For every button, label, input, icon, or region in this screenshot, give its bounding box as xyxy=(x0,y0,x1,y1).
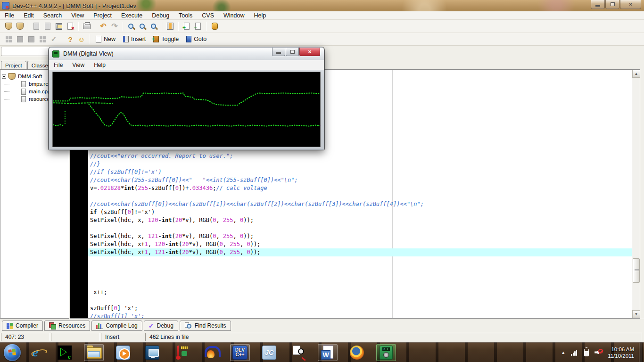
code-line[interactable]: x++; xyxy=(88,288,632,296)
taskbar-internet-explorer[interactable]: e xyxy=(25,344,45,361)
close-file-button[interactable] xyxy=(65,21,76,32)
dmm-minimize-button[interactable] xyxy=(272,48,285,56)
menu-view[interactable]: View xyxy=(66,11,89,20)
project-grid-1-button[interactable] xyxy=(3,34,14,44)
syntax-check-button[interactable]: ✓ xyxy=(48,34,59,44)
toggle-bookmark-button[interactable]: Toggle xyxy=(150,34,182,45)
taskbar-jcreator[interactable]: JC xyxy=(259,344,279,361)
code-area[interactable]: //cout<<"error occurred. Report to user.… xyxy=(88,152,632,319)
scroll-down-icon[interactable]: ▼ xyxy=(632,310,640,318)
class-browser-combo[interactable] xyxy=(1,47,52,56)
code-line[interactable]: //cout<<"error occurred. Report to user.… xyxy=(88,152,632,160)
volume-muted-icon[interactable] xyxy=(594,349,603,356)
menu-file[interactable]: File xyxy=(0,11,19,20)
new-project-button[interactable] xyxy=(3,21,14,32)
menu-execute[interactable]: Execute xyxy=(116,11,147,20)
tab-debug[interactable]: ✓ Debug xyxy=(144,321,178,331)
goto-line-button[interactable] xyxy=(165,21,176,32)
code-line[interactable]: if (szBuff[0]!='x') xyxy=(88,208,632,216)
battery-icon[interactable] xyxy=(584,349,589,356)
dmm-menu-help[interactable]: Help xyxy=(89,62,110,68)
tab-compiler[interactable]: Compiler xyxy=(2,321,43,331)
menu-window[interactable]: Window xyxy=(219,11,249,20)
taskbar-file-search[interactable] xyxy=(289,344,308,361)
menu-debug[interactable]: Debug xyxy=(147,11,174,20)
tab-resources[interactable]: Resources xyxy=(44,321,90,331)
start-button[interactable] xyxy=(4,344,21,361)
taskbar-media-player[interactable] xyxy=(113,344,133,361)
code-line[interactable]: //cout<<char(szBuff[0])<<char(szBuff[1])… xyxy=(88,200,632,208)
show-desktop-button[interactable] xyxy=(639,343,642,362)
taskbar-dev-cpp[interactable]: DEVC++ xyxy=(230,344,250,361)
code-line-current[interactable]: SetPixel(hdc, x+1, 121-int(20*v), RGB(0,… xyxy=(88,248,632,256)
open-file-button[interactable] xyxy=(14,21,25,32)
save-all-button[interactable] xyxy=(53,21,65,32)
code-line[interactable]: v=.021828*int(255-szBuff[0])+.033436;// … xyxy=(88,184,632,192)
taskbar-windows-explorer[interactable] xyxy=(84,344,104,361)
code-line[interactable]: SetPixel(hdc, x, 121-int(20*v), RGB(0, 2… xyxy=(88,232,632,240)
taskbar-remote-desktop[interactable] xyxy=(142,344,162,361)
menu-tools[interactable]: Tools xyxy=(174,11,197,20)
scroll-up-icon[interactable]: ▲ xyxy=(632,70,640,78)
project-grid-2-button[interactable] xyxy=(37,34,48,44)
tab-compile-log[interactable]: Compile Log xyxy=(91,321,142,331)
code-line[interactable] xyxy=(88,272,632,280)
restore-button[interactable] xyxy=(605,0,619,9)
code-line[interactable] xyxy=(88,280,632,288)
undo-button[interactable]: ↶ xyxy=(98,21,109,32)
taskbar-clock[interactable]: 10:06 AM 11/10/2011 xyxy=(608,346,634,359)
menu-help[interactable]: Help xyxy=(249,11,271,20)
tab-find-results[interactable]: Find Results xyxy=(180,321,231,331)
code-line[interactable]: //if (szBuff[0]!='x') xyxy=(88,168,632,176)
code-line[interactable]: //szBuff[1]='x'; xyxy=(88,313,632,319)
dmm-titlebar[interactable]: DMM (Digital View) × xyxy=(49,48,324,60)
find-in-files-button[interactable] xyxy=(148,21,159,32)
menu-project[interactable]: Project xyxy=(89,11,116,20)
new-bookmark-button[interactable]: New xyxy=(92,34,119,45)
compile-button[interactable] xyxy=(181,21,192,32)
hidden-icons-arrow[interactable]: ▲ xyxy=(561,350,565,355)
code-line[interactable]: SetPixel(hdc, x, 120-int(20*v), RGB(0, 2… xyxy=(88,216,632,224)
help-button[interactable]: ? xyxy=(65,34,76,44)
tab-project[interactable]: Project xyxy=(1,61,26,69)
minimize-button[interactable] xyxy=(591,0,605,9)
dmm-menu-file[interactable]: File xyxy=(49,62,67,68)
taskbar-word[interactable]: W xyxy=(318,344,338,361)
close-button[interactable]: × xyxy=(620,0,641,9)
taskbar-dmm-meter[interactable]: 0.L xyxy=(376,344,396,361)
print-button[interactable] xyxy=(81,21,92,32)
redo-button[interactable]: ↷ xyxy=(109,21,120,32)
rebuild-button[interactable] xyxy=(209,21,220,32)
code-line[interactable]: SetPixel(hdc, x+1, 120-int(20*v), RGB(0,… xyxy=(88,240,632,248)
code-line[interactable]: //cout<<char(255-szBuff[0])<<" "<<int(25… xyxy=(88,176,632,184)
replace-button[interactable] xyxy=(137,21,148,32)
about-button[interactable]: ☺ xyxy=(76,34,87,44)
goto-bookmark-button[interactable]: Goto xyxy=(183,34,210,45)
scrollbar-thumb[interactable] xyxy=(633,258,640,283)
code-line[interactable] xyxy=(88,192,632,200)
taskbar-circuit-sim[interactable]: e xyxy=(55,344,74,361)
editor-scrollbar[interactable]: ▲ ▼ xyxy=(632,70,640,318)
network-icon[interactable] xyxy=(571,349,578,356)
dmm-menu-view[interactable]: View xyxy=(67,62,89,68)
code-line[interactable]: //} xyxy=(88,160,632,168)
project-big-2-button[interactable] xyxy=(25,34,37,44)
save-button[interactable] xyxy=(42,21,53,32)
new-unit-button[interactable] xyxy=(31,21,42,32)
clean-button[interactable] xyxy=(192,21,204,32)
menu-search[interactable]: Search xyxy=(39,11,67,20)
menu-cvs[interactable]: CVS xyxy=(197,11,219,20)
code-line[interactable]: szBuff[0]='x'; xyxy=(88,304,632,313)
taskbar-firefox[interactable] xyxy=(347,344,367,361)
project-big-1-button[interactable] xyxy=(14,34,25,44)
menu-edit[interactable]: Edit xyxy=(19,11,39,20)
code-line[interactable] xyxy=(88,224,632,232)
code-line[interactable] xyxy=(88,256,632,264)
insert-bookmark-button[interactable]: Insert xyxy=(120,34,149,45)
taskbar-audio-player[interactable] xyxy=(201,344,221,361)
taskbar-temperature-monitor[interactable] xyxy=(172,344,191,361)
code-line[interactable] xyxy=(88,264,632,272)
find-button[interactable] xyxy=(125,21,137,32)
dmm-maximize-button[interactable] xyxy=(286,48,299,56)
collapse-icon[interactable] xyxy=(2,74,6,79)
